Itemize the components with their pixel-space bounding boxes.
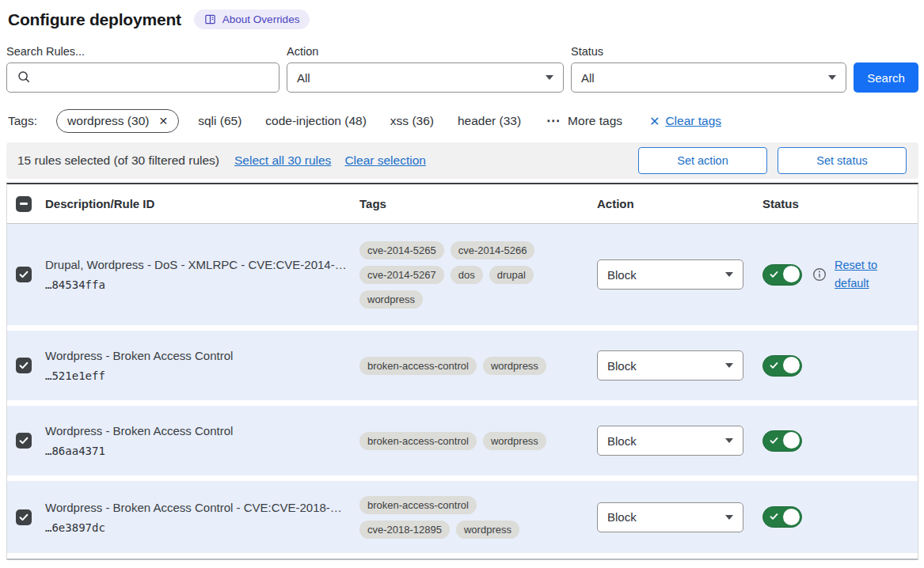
tag-filter[interactable]: xss (36) [390,114,434,128]
more-tags-button[interactable]: ⋯ More tags [546,114,622,128]
tag-pill: drupal [489,266,534,284]
action-filter-value: All [297,71,310,85]
indeterminate-icon [20,203,28,205]
row-checkbox[interactable] [16,509,32,525]
row-checkbox[interactable] [16,267,32,282]
close-icon: ✕ [649,114,660,129]
tags-label: Tags: [8,114,37,128]
toggle-knob [783,266,800,282]
status-filter-select[interactable]: All [571,62,846,93]
tag-pill: wordpress [359,290,423,309]
rule-id: …521e1eff [45,369,353,382]
selected-tag-label: wordpress (30) [67,114,149,128]
book-icon [204,13,216,25]
chevron-down-icon [725,363,733,368]
info-icon[interactable] [812,267,827,282]
search-input-box [6,62,279,93]
action-filter-select[interactable]: All [287,62,564,93]
toggle-knob [783,357,800,373]
set-action-button[interactable]: Set action [638,147,767,174]
toggle-knob [783,509,800,525]
rule-description: Drupal, Wordpress - DoS - XMLRPC - CVE:C… [45,258,353,271]
search-input[interactable] [37,71,269,85]
action-select-value: Block [607,510,637,524]
rule-id: …6e3897dc [45,521,353,534]
chevron-down-icon [828,75,836,80]
selected-tag-wordpress[interactable]: wordpress (30) ✕ [56,109,179,133]
tags-bar: Tags: wordpress (30) ✕ sqli (65)code-inj… [6,109,918,133]
selection-bar: 15 rules selected (of 30 filtered rules)… [6,142,918,179]
status-toggle[interactable] [762,430,802,452]
more-tags-label: More tags [568,114,622,128]
status-toggle[interactable] [762,355,802,377]
filter-bar: Search Rules... Action All Status All Se… [6,45,918,93]
column-header-tags: Tags [353,197,591,210]
action-select-value: Block [607,268,637,282]
select-all-link[interactable]: Select all 30 rules [234,153,331,168]
check-icon [19,271,29,278]
check-icon [19,362,29,369]
tag-pill: broken-access-control [359,357,477,375]
set-status-button[interactable]: Set status [778,147,907,174]
about-overrides-badge[interactable]: About Overrides [194,9,310,29]
rule-description: Wordpress - Broken Access Control [45,349,353,362]
action-select-value: Block [607,434,637,448]
clear-tags-link[interactable]: ✕ Clear tags [649,114,721,129]
check-icon [19,437,29,445]
check-icon [770,437,778,445]
table-row: Drupal, Wordpress - DoS - XMLRPC - CVE:C… [7,224,918,325]
search-button[interactable]: Search [854,62,918,93]
clear-selection-link[interactable]: Clear selection [344,153,426,168]
table-row: Wordpress - Broken Access Control …86aa4… [7,406,918,475]
tag-filter[interactable]: header (33) [458,114,521,128]
tag-pill: cve-2014-5267 [359,266,444,284]
column-header-action: Action [591,197,753,210]
tag-pill: dos [451,266,483,284]
action-select[interactable]: Block [597,350,743,381]
rules-table: Description/Rule ID Tags Action Status D… [6,183,918,560]
table-row: Wordpress - Broken Access Control …521e1… [7,331,918,400]
rules-table-body: Drupal, Wordpress - DoS - XMLRPC - CVE:C… [7,224,918,553]
tag-pill: broken-access-control [359,432,477,450]
rule-description: Wordpress - Broken Access Control - CVE:… [45,501,353,514]
rule-tags: cve-2014-5265cve-2014-5266cve-2014-5267d… [359,241,567,309]
chevron-down-icon [725,438,733,443]
column-header-status: Status [753,197,918,210]
action-select-value: Block [607,359,637,373]
clear-tags-label: Clear tags [665,114,721,128]
chevron-down-icon [725,272,733,277]
rule-tags: broken-access-controlwordpress [359,432,567,450]
tag-filter[interactable]: sqli (65) [198,114,241,128]
chevron-down-icon [546,75,553,80]
status-toggle[interactable] [762,506,802,528]
reset-to-default-link[interactable]: Reset to default [835,256,887,293]
table-header-row: Description/Rule ID Tags Action Status [7,184,918,224]
check-icon [19,513,29,521]
ellipsis-icon: ⋯ [546,117,561,125]
select-all-checkbox[interactable] [16,196,32,212]
table-row: Wordpress - Broken Access Control - CVE:… [7,481,918,553]
page-header: Configure deployment About Overrides [8,9,918,29]
search-rules-label: Search Rules... [6,45,279,58]
selection-summary: 15 rules selected (of 30 filtered rules) [17,153,219,168]
column-header-description: Description/Rule ID [40,197,353,210]
check-icon [770,271,778,278]
rule-tags: broken-access-controlcve-2018-12895wordp… [359,496,567,539]
remove-tag-icon[interactable]: ✕ [158,115,168,127]
action-select[interactable]: Block [597,502,743,532]
action-select[interactable]: Block [597,259,743,290]
tag-pill: broken-access-control [359,496,477,514]
status-filter-label: Status [571,45,846,58]
row-checkbox[interactable] [16,358,32,373]
page-title: Configure deployment [8,10,181,29]
tag-filter[interactable]: code-injection (48) [265,114,367,128]
tag-pill: wordpress [483,357,546,375]
rule-id: …84534ffa [45,278,353,291]
tag-pill: cve-2014-5266 [451,241,535,259]
row-checkbox[interactable] [16,433,32,449]
check-icon [770,513,778,521]
tag-pill: cve-2014-5265 [359,241,444,259]
action-select[interactable]: Block [597,426,743,456]
status-toggle[interactable] [762,264,802,286]
rule-id: …86aa4371 [45,445,353,457]
